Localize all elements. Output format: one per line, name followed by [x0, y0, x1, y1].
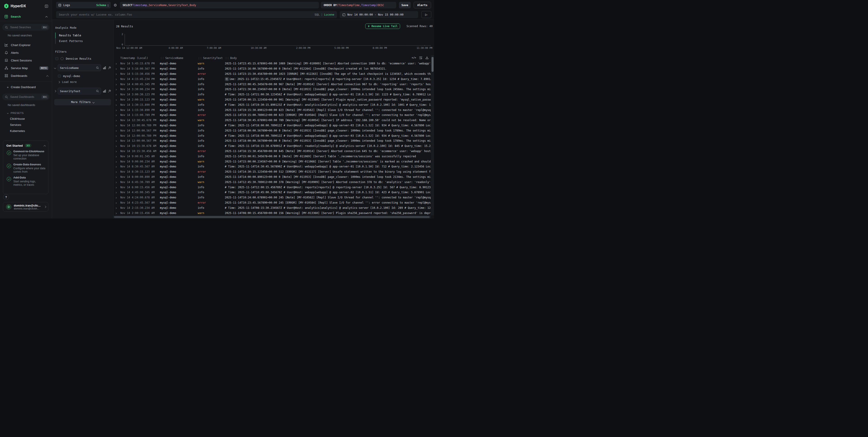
table-row[interactable]: Nov 14 5:45:15.678 PM mysql-demo warn 20… [114, 61, 431, 66]
expand-row-icon[interactable] [115, 191, 119, 194]
table-row[interactable]: Nov 14 2:00:15.123 PM mysql-demo warn 20… [114, 97, 431, 102]
results-histogram[interactable] [125, 34, 431, 46]
table-row[interactable]: Nov 14 3:00:30.123 PM mysql-demo info # … [114, 92, 431, 97]
sidebar-item-dashboards[interactable]: Dashboards [0, 72, 52, 79]
facet-value-mysql-demo[interactable]: mysql-demo [58, 74, 113, 78]
table-row[interactable]: Nov 14 1:15:30.890 PM mysql-demo info 20… [114, 107, 431, 112]
event-search-input[interactable]: Search your events w/ Lucene ex. column:… [56, 11, 337, 18]
mode-lucene[interactable]: Lucene [324, 13, 334, 16]
expand-row-icon[interactable] [115, 149, 119, 153]
run-query-button[interactable]: ▷ [421, 11, 431, 18]
expand-row-icon[interactable] [115, 196, 119, 199]
preset-kubernetes[interactable]: Kubernetes [10, 129, 52, 133]
pin-icon[interactable] [108, 66, 111, 69]
sidebar-collapse-icon[interactable] [45, 4, 48, 8]
expand-row-icon[interactable] [115, 201, 119, 204]
vertical-scrollbar[interactable] [431, 55, 434, 215]
drag-handle-icon[interactable]: ⋮⋮ [160, 57, 164, 60]
checkbox[interactable] [55, 57, 58, 60]
sidebar-item-chart-explorer[interactable]: Chart Explorer [0, 41, 52, 49]
mode-results-table[interactable]: Results Table [55, 33, 113, 38]
expand-row-icon[interactable] [115, 134, 119, 137]
col-severitytext[interactable]: ⋮⋮SeverityText [198, 57, 225, 60]
expand-row-icon[interactable] [115, 186, 119, 189]
user-menu[interactable]: D dominic.tran@clic... dominic.tran@clic… [3, 202, 49, 212]
select-clause-input[interactable]: SELECT Timestamp,ServiceName,SeverityTex… [120, 2, 319, 8]
table-row[interactable]: Nov 14 6:00:15.456 AM mysql-demo info # … [114, 184, 431, 190]
chevron-up-icon[interactable] [46, 75, 49, 77]
facet-severitytext-search[interactable]: SeverityText [58, 88, 101, 95]
expand-row-icon[interactable] [115, 180, 119, 184]
saved-searches-input[interactable]: Saved Searches ⌘K [2, 24, 50, 31]
source-select[interactable]: Logs Schema [56, 2, 111, 8]
table-row[interactable]: Nov 14 12:00:00.567 PM mysql-demo info 2… [114, 128, 431, 133]
table-row[interactable]: Nov 14 4:15:45.234 PM mysql-demo info im… [114, 76, 431, 81]
expand-row-icon[interactable] [115, 83, 119, 86]
expand-row-icon[interactable] [115, 93, 119, 96]
table-row[interactable]: Nov 14 8:30:15.123 AM mysql-demo error 2… [114, 169, 431, 174]
scrollbar-thumb[interactable] [114, 216, 430, 218]
expand-row-icon[interactable] [115, 108, 119, 112]
sidebar-item-alerts[interactable]: Alerts [0, 49, 52, 57]
table-row[interactable]: Nov 14 10:15:30.678 AM mysql-demo info #… [114, 143, 431, 149]
col-timestamp[interactable]: Timestamp (Local) [120, 57, 160, 60]
col-servicename[interactable]: ⋮⋮ServiceName [160, 57, 198, 60]
chevron-up-icon[interactable] [44, 145, 46, 147]
expand-row-icon[interactable] [115, 113, 119, 116]
get-started-step-connect[interactable]: Connect to ClickHouse Set up your databa… [6, 150, 45, 161]
table-row[interactable]: Nov 14 6:45:30.789 AM mysql-demo warn 20… [114, 179, 431, 184]
table-row[interactable]: Nov 14 9:00:01.345 AM mysql-demo info 20… [114, 154, 431, 159]
expand-row-icon[interactable] [115, 211, 119, 215]
table-row[interactable]: Nov 14 5:16:00.567 PM mysql-demo info 20… [114, 66, 431, 71]
expand-row-icon[interactable] [115, 155, 119, 158]
facet-chart-icon[interactable] [103, 66, 106, 69]
chevron-right-icon[interactable] [54, 90, 56, 92]
alerts-button[interactable]: Alerts [414, 2, 431, 8]
horizontal-scrollbar[interactable] [114, 215, 431, 218]
checkbox[interactable] [58, 74, 61, 77]
table-row[interactable]: Nov 14 4:23:45.567 AM mysql-demo error 2… [114, 200, 431, 205]
save-button[interactable]: Save [399, 2, 411, 8]
table-row[interactable]: Nov 14 8:30:45.567 AM mysql-demo info # … [114, 164, 431, 169]
expand-row-icon[interactable] [115, 139, 119, 142]
denoise-results-toggle[interactable]: Denoise Results [55, 57, 113, 60]
help-button[interactable]: ? [3, 194, 9, 200]
expand-row-icon[interactable] [115, 88, 119, 91]
table-row[interactable]: Nov 14 1:15:00.789 PM mysql-demo error 2… [114, 112, 431, 118]
expand-row-icon[interactable] [115, 170, 119, 173]
preset-clickhouse[interactable]: ClickHouse [10, 117, 52, 121]
expand-row-icon[interactable] [115, 103, 119, 106]
expand-row-icon[interactable] [115, 98, 119, 101]
expand-row-icon[interactable] [115, 175, 119, 178]
table-row[interactable]: Nov 14 2:15:30.234 AM mysql-demo info # … [114, 205, 431, 210]
resume-live-tail-button[interactable]: Resume Live Tail [365, 24, 400, 29]
expand-row-icon[interactable] [115, 67, 119, 70]
drag-handle-icon[interactable]: ⋮⋮ [198, 57, 202, 60]
chevron-up-icon[interactable] [45, 16, 48, 18]
expand-row-icon[interactable] [115, 119, 119, 122]
col-body[interactable]: ⋮⋮Body [225, 57, 431, 60]
scrollbar-thumb[interactable] [432, 57, 434, 72]
saved-dashboards-input[interactable]: Saved Dashboards ⌘K [2, 94, 50, 100]
table-row[interactable]: Nov 14 12:30:45.678 PM mysql-demo warn 2… [114, 118, 431, 123]
facet-chart-icon[interactable] [103, 90, 106, 93]
sidebar-item-service-map[interactable]: Service Map BETA [0, 64, 52, 72]
chevron-down-icon[interactable] [54, 67, 56, 69]
table-row[interactable]: Nov 14 5:15:30.456 PM mysql-demo error 2… [114, 71, 431, 77]
expand-row-icon[interactable] [115, 144, 119, 147]
presets-section-toggle[interactable]: PRESETS [7, 112, 52, 114]
mode-sql[interactable]: SQL [315, 13, 320, 16]
table-row[interactable]: Nov 14 10:15:30.456 AM mysql-demo error … [114, 149, 431, 154]
table-row[interactable]: Nov 14 9:00:00.234 AM mysql-demo warn 20… [114, 159, 431, 164]
more-filters-button[interactable]: More filters [54, 99, 111, 105]
get-started-step-add-data[interactable]: Add Data Start sending logs, metrics, or… [6, 176, 45, 187]
table-row[interactable]: Nov 14 12:00:00.789 PM mysql-demo info #… [114, 123, 431, 128]
table-row[interactable]: Nov 14 8:00:00.890 AM mysql-demo info 20… [114, 174, 431, 180]
drag-handle-icon[interactable]: ⋮⋮ [225, 57, 229, 60]
table-row[interactable]: Nov 14 12:00:00.567 PM mysql-demo info 2… [114, 138, 431, 143]
expand-row-icon[interactable] [115, 129, 119, 132]
table-row[interactable]: Nov 14 3:30:00.234 PM mysql-demo info 20… [114, 87, 431, 92]
expand-row-icon[interactable] [115, 124, 119, 127]
expand-row-icon[interactable] [115, 165, 119, 168]
create-dashboard-button[interactable]: + Create Dashboard [0, 83, 52, 91]
